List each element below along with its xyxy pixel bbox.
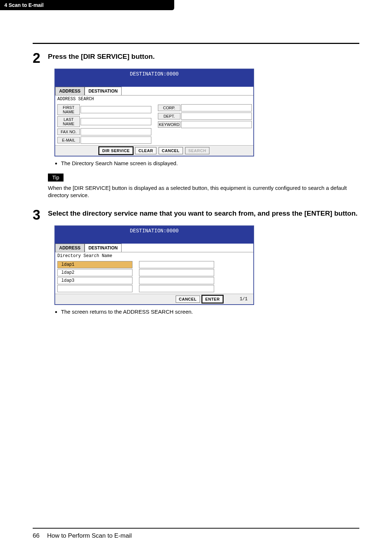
step-number: 3 [33,208,48,222]
last-name-input[interactable] [81,118,151,125]
dir-item-empty[interactable] [57,285,132,292]
dir-service-button[interactable]: DIR SERVICE [99,147,133,154]
tab-address[interactable]: ADDRESS [55,244,85,252]
page-indicator: 1/1 [240,297,248,302]
subheading: ADDRESS SEARCH [55,95,253,103]
destination-banner: DESTINATION:0000 [55,69,253,87]
tab-destination[interactable]: DESTINATION [85,244,122,252]
step-number: 2 [33,51,48,65]
bullet-item: The screen returns to the ADDRESS SEARCH… [61,309,359,315]
horizontal-rule [33,43,359,44]
dir-item-empty[interactable] [139,277,214,284]
bullet-item: The Directory Search Name screen is disp… [61,160,359,166]
tab-destination[interactable]: DESTINATION [85,87,122,95]
step-3: 3 Select the directory service name that… [33,208,359,222]
search-button[interactable]: SEARCH [185,147,209,154]
cancel-button[interactable]: CANCEL [159,147,183,154]
enter-button[interactable]: ENTER [202,296,223,303]
screenshot-address-search: DESTINATION:0000 ADDRESS DESTINATION ADD… [54,69,359,156]
corp-input[interactable] [181,104,252,111]
dir-item-ldap1[interactable]: ldap1 [57,261,132,268]
step3-bullets: The screen returns to the ADDRESS SEARCH… [61,309,359,315]
cancel-button[interactable]: CANCEL [176,296,200,303]
dept-input[interactable] [181,113,252,120]
fax-no-label: FAX NO. [57,129,80,135]
step-2: 2 Press the [DIR SERVICE] button. [33,51,359,65]
dept-label: DEPT. [158,113,180,119]
tip-text: When the [DIR SERVICE] button is display… [48,184,359,199]
step-title: Select the directory service name that y… [48,209,359,217]
dir-item-ldap3[interactable]: ldap3 [57,277,132,284]
chapter-header: 4 Scan to E-mail [0,0,174,10]
keyword-label: KEYWORD [158,121,180,128]
first-name-label: FIRST NAME [57,104,80,115]
dir-item-empty[interactable] [139,261,214,268]
step2-bullets: The Directory Search Name screen is disp… [61,160,359,166]
subheading: Directory Search Name [55,252,253,260]
screenshot-directory-search: DESTINATION:0000 ADDRESS DESTINATION Dir… [54,225,359,305]
email-label: E-MAIL [57,137,80,143]
clear-button[interactable]: CLEAR [135,147,156,154]
email-input[interactable] [81,137,151,144]
last-name-label: LAST NAME [57,116,80,127]
tab-address[interactable]: ADDRESS [55,87,85,95]
fax-no-input[interactable] [81,128,151,135]
dir-item-ldap2[interactable]: ldap2 [57,269,132,276]
dir-item-empty[interactable] [139,285,214,292]
page-footer: 66 How to Perform Scan to E-mail [33,528,359,539]
page-number: 66 [33,532,40,539]
step-title: Press the [DIR SERVICE] button. [48,53,359,61]
destination-banner: DESTINATION:0000 [55,226,253,244]
footer-title: How to Perform Scan to E-mail [47,532,132,539]
first-name-input[interactable] [81,106,151,113]
corp-label: CORP. [158,105,180,111]
dir-item-empty[interactable] [139,269,214,276]
tip-label: Tip [48,174,64,182]
keyword-input[interactable] [181,121,252,128]
